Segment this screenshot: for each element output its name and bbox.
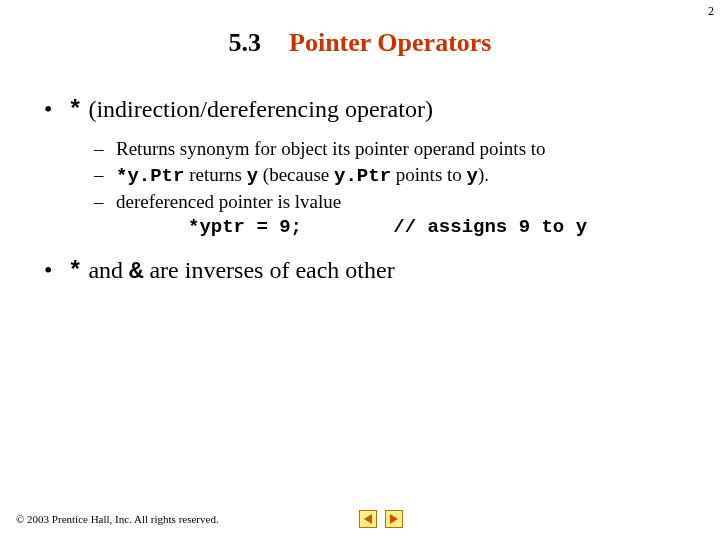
sub-text: Returns synonym for object its pointer o…: [116, 136, 690, 162]
word: returns: [189, 164, 242, 185]
word: (because: [263, 164, 329, 185]
code-line: *yptr = 9; // assigns 9 to y: [188, 215, 690, 241]
section-number: 5.3: [229, 28, 262, 58]
page-number: 2: [708, 4, 714, 19]
sub-text: dereferenced pointer is lvalue: [116, 189, 690, 215]
bullet-desc: are inverses of each other: [149, 257, 394, 283]
bullet-dot: •: [44, 96, 68, 123]
code-inline: *y.Ptr: [116, 165, 184, 187]
section-title: Pointer Operators: [289, 28, 491, 58]
bullet-text: * and & are inverses of each other: [68, 257, 690, 285]
sub-item: – dereferenced pointer is lvalue: [94, 189, 690, 215]
copyright-text: © 2003 Prentice Hall, Inc. All rights re…: [16, 513, 219, 525]
bullet-dot: •: [44, 257, 68, 284]
word: ).: [478, 164, 489, 185]
slide-title: 5.3 Pointer Operators: [0, 28, 720, 58]
arrow-left-icon: [364, 514, 372, 524]
sub-list: – Returns synonym for object its pointer…: [94, 136, 690, 241]
bullet-desc: (indirection/dereferencing operator): [88, 96, 432, 122]
sub-item: – Returns synonym for object its pointer…: [94, 136, 690, 162]
word: points to: [396, 164, 462, 185]
footer: © 2003 Prentice Hall, Inc. All rights re…: [16, 510, 403, 528]
code-inline: y: [467, 165, 478, 187]
bullet-item: • * and & are inverses of each other: [44, 257, 690, 285]
dash: –: [94, 189, 116, 215]
code-inline: y.Ptr: [334, 165, 391, 187]
word: and: [88, 257, 123, 283]
slide-body: • * (indirection/dereferencing operator)…: [0, 96, 720, 285]
code-symbol: *: [68, 97, 82, 124]
prev-button[interactable]: [359, 510, 377, 528]
dash: –: [94, 162, 116, 188]
sub-item: – *y.Ptr returns y (because y.Ptr points…: [94, 162, 690, 190]
bullet-text: * (indirection/dereferencing operator): [68, 96, 690, 124]
bullet-item: • * (indirection/dereferencing operator): [44, 96, 690, 124]
code-symbol: *: [68, 258, 82, 285]
next-button[interactable]: [385, 510, 403, 528]
arrow-right-icon: [390, 514, 398, 524]
code-inline: y: [247, 165, 258, 187]
nav-arrows: [359, 510, 403, 528]
dash: –: [94, 136, 116, 162]
sub-text: *y.Ptr returns y (because y.Ptr points t…: [116, 162, 690, 190]
code-symbol: &: [129, 258, 143, 285]
